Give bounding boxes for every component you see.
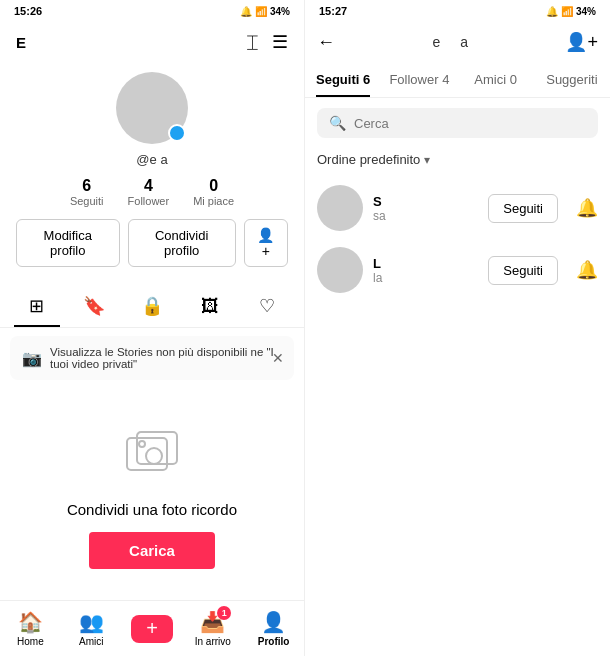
right-status-icons: 🔔 📶 34% — [546, 6, 596, 17]
left-status-icons: 🔔 📶 34% — [240, 6, 290, 17]
story-camera-icon: 📷 — [22, 349, 42, 368]
add-button[interactable]: + — [131, 615, 173, 643]
photo-memory-icon — [122, 428, 182, 487]
right-status-bar: 15:27 🔔 📶 34% — [305, 0, 610, 22]
profile-section: @e a 6 Seguiti 4 Follower 0 Mi piace Mod… — [0, 62, 304, 285]
right-battery: 34% — [576, 6, 596, 17]
follower-list: S sa Seguiti 🔔 L la Seguiti 🔔 — [305, 177, 610, 656]
signal-icon: 📶 — [255, 6, 267, 17]
tab-seguiti[interactable]: Seguiti 6 — [305, 62, 381, 97]
follower-item-2: L la Seguiti 🔔 — [305, 239, 610, 301]
filter-row[interactable]: Ordine predefinito ▾ — [305, 148, 610, 177]
left-time: 15:26 — [14, 5, 42, 17]
edit-profile-button[interactable]: Modifica profilo — [16, 219, 120, 267]
battery-left: 34% — [270, 6, 290, 17]
stat-seguiti[interactable]: 6 Seguiti — [70, 177, 104, 207]
follow-button-2[interactable]: Seguiti — [488, 256, 558, 285]
nav-icons-group: ⌶ ☰ — [247, 31, 288, 53]
right-panel: 15:27 🔔 📶 34% ← e a 👤+ Seguiti 6 Followe… — [305, 0, 610, 656]
tab-follower-label: Follower 4 — [389, 72, 449, 87]
left-panel: 15:26 🔔 📶 34% E ⌶ ☰ @e a 6 Seguiti 4 — [0, 0, 305, 656]
stat-mipiace-number: 0 — [209, 177, 218, 195]
stat-seguiti-label: Seguiti — [70, 195, 104, 207]
tab-icons-row: ⊞ 🔖 🔒 🖼 ♡ — [0, 285, 304, 328]
home-icon: 🏠 — [18, 610, 43, 634]
story-banner-text: Visualizza le Stories non più disponibil… — [50, 346, 282, 370]
nav-profilo[interactable]: 👤 Profilo — [243, 601, 304, 656]
tabs-row: Seguiti 6 Follower 4 Amici 0 Suggeriti — [305, 62, 610, 98]
follower-sub-1: sa — [373, 209, 478, 223]
tab-seguiti-label: Seguiti 6 — [316, 72, 370, 87]
nav-amici[interactable]: 👥 Amici — [61, 601, 122, 656]
stat-mipiace[interactable]: 0 Mi piace — [193, 177, 234, 207]
profile-handle: @e a — [136, 152, 167, 167]
right-time: 15:27 — [319, 5, 347, 17]
bottom-nav: 🏠 Home 👥 Amici + 📥 In arrivo 👤 Profilo — [0, 600, 304, 656]
stat-follower-label: Follower — [128, 195, 170, 207]
tab-amici[interactable]: Amici 0 — [458, 62, 534, 97]
nav-inarrivo[interactable]: 📥 In arrivo — [182, 601, 243, 656]
tab-lock[interactable]: 🔒 — [123, 285, 181, 327]
right-top-nav: ← e a 👤+ — [305, 22, 610, 62]
graph-icon[interactable]: ⌶ — [247, 32, 258, 53]
tab-grid[interactable]: ⊞ — [8, 285, 66, 327]
tab-suggeriti-label: Suggeriti — [546, 72, 597, 87]
nav-amici-label: Amici — [79, 636, 103, 647]
back-button[interactable]: ← — [317, 32, 335, 53]
stat-follower-number: 4 — [144, 177, 153, 195]
tab-follower[interactable]: Follower 4 — [381, 62, 457, 97]
story-banner: 📷 Visualizza le Stories non più disponib… — [10, 336, 294, 380]
share-profile-button[interactable]: Condividi profilo — [128, 219, 236, 267]
nav-home[interactable]: 🏠 Home — [0, 601, 61, 656]
tab-photo[interactable]: 🖼 — [181, 285, 239, 327]
left-top-nav: E ⌶ ☰ — [0, 22, 304, 62]
profile-username-nav: E — [16, 34, 26, 51]
follower-bell-icon-1[interactable]: 🔔 — [576, 197, 598, 219]
nav-add[interactable]: + — [122, 601, 183, 656]
follower-avatar-2 — [317, 247, 363, 293]
right-signal-icon: 📶 — [561, 6, 573, 17]
follower-avatar-1 — [317, 185, 363, 231]
avatar-verified-badge — [168, 124, 186, 142]
follower-name-1: S — [373, 194, 478, 209]
follower-info-2: L la — [373, 256, 478, 285]
right-nav-center: e a — [347, 34, 553, 50]
empty-state-heading: Condividi una foto ricordo — [67, 501, 237, 518]
follower-item-1: S sa Seguiti 🔔 — [305, 177, 610, 239]
follower-bell-icon-2[interactable]: 🔔 — [576, 259, 598, 281]
action-buttons: Modifica profilo Condividi profilo 👤+ — [16, 219, 288, 267]
follow-button-1[interactable]: Seguiti — [488, 194, 558, 223]
nav-inarrivo-label: In arrivo — [195, 636, 231, 647]
filter-label: Ordine predefinito — [317, 152, 420, 167]
right-nav-user-left: e — [432, 34, 440, 50]
menu-icon[interactable]: ☰ — [272, 31, 288, 53]
search-icon: 🔍 — [329, 115, 346, 131]
stat-seguiti-number: 6 — [82, 177, 91, 195]
search-input[interactable] — [354, 116, 586, 131]
follower-name-2: L — [373, 256, 478, 271]
right-nav-user-right: a — [460, 34, 468, 50]
upload-button[interactable]: Carica — [89, 532, 215, 569]
stat-follower[interactable]: 4 Follower — [128, 177, 170, 207]
stat-mipiace-label: Mi piace — [193, 195, 234, 207]
follower-info-1: S sa — [373, 194, 478, 223]
nav-profilo-label: Profilo — [258, 636, 290, 647]
friends-icon: 👥 — [79, 610, 104, 634]
tab-suggeriti[interactable]: Suggeriti — [534, 62, 610, 97]
svg-point-3 — [139, 441, 145, 447]
right-bell-icon: 🔔 — [546, 6, 558, 17]
tab-amici-label: Amici 0 — [474, 72, 517, 87]
search-bar[interactable]: 🔍 — [317, 108, 598, 138]
follower-sub-2: la — [373, 271, 478, 285]
add-user-button[interactable]: 👤+ — [244, 219, 288, 267]
tab-bookmark[interactable]: 🔖 — [66, 285, 124, 327]
filter-chevron-icon: ▾ — [424, 153, 430, 167]
tab-heart[interactable]: ♡ — [238, 285, 296, 327]
bell-status-icon: 🔔 — [240, 6, 252, 17]
svg-point-2 — [146, 448, 162, 464]
inbox-icon: 📥 — [200, 610, 225, 634]
nav-home-label: Home — [17, 636, 44, 647]
right-add-user-icon[interactable]: 👤+ — [565, 31, 598, 53]
stats-row: 6 Seguiti 4 Follower 0 Mi piace — [70, 177, 234, 207]
story-close-button[interactable]: ✕ — [272, 350, 284, 366]
